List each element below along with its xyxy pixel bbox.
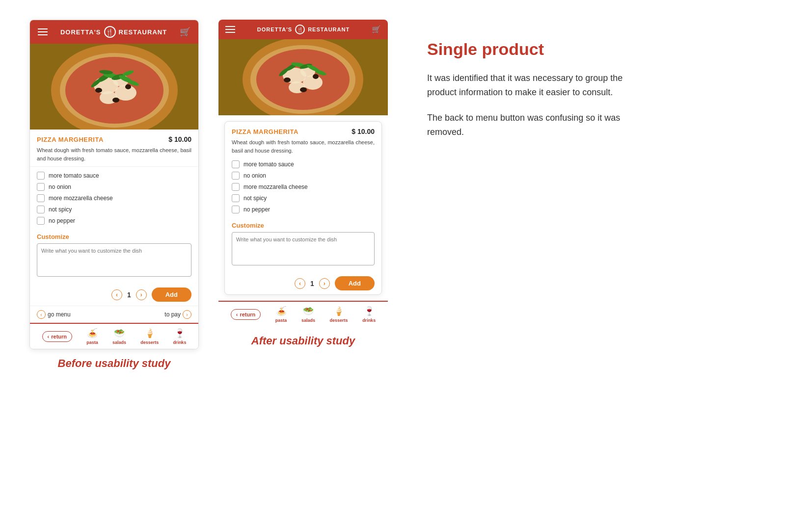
after-salads-icon: 🥗 [303,306,314,316]
after-option-label-1: no onion [244,172,266,179]
after-qty-increase-btn[interactable]: › [319,278,330,289]
after-qty-add-row: ‹ 1 › Add [225,272,381,294]
after-fork-icon: 🍴 [295,25,305,34]
description-panel: Single product It was identified that it… [407,20,643,161]
before-checkbox-1[interactable] [37,183,45,191]
after-cart-icon[interactable]: 🛒 [372,25,381,34]
after-checkbox-1[interactable] [232,172,240,180]
after-pasta-icon: 🍝 [276,306,287,316]
before-options-section: more tomato sauce no onion more mozzarel… [30,167,198,233]
after-nav-desserts[interactable]: 🍦 desserts [330,306,348,323]
before-qty-number: 1 [127,291,131,299]
before-go-menu-arrow[interactable]: ‹ [37,310,46,319]
after-qty-decrease-btn[interactable]: ‹ [295,278,305,289]
after-checkbox-3[interactable] [232,194,240,202]
before-customize-textarea[interactable] [37,243,191,277]
after-checkbox-4[interactable] [232,206,240,213]
after-nav-pasta[interactable]: 🍝 pasta [275,306,287,323]
before-go-menu-label: go menu [48,311,71,318]
after-options-section: more tomato sauce no onion more mozzarel… [225,158,381,222]
before-qty-add-row: ‹ 1 › Add [30,284,198,306]
after-option-label-3: not spicy [244,195,267,202]
list-item: not spicy [37,206,191,213]
desc-paragraph2: The back to menu button was confusing so… [427,111,633,139]
before-go-menu-link[interactable]: ‹ go menu [37,310,71,319]
after-customize-label: Customize [232,222,375,229]
before-checkbox-2[interactable] [37,194,45,202]
after-menu-icon[interactable] [225,26,235,33]
after-return-arrow: ‹ [236,312,238,317]
before-to-pay-label: to pay [164,311,181,318]
before-nav-desserts[interactable]: 🍦 desserts [140,328,159,345]
after-desserts-label: desserts [330,318,348,323]
before-checkbox-3[interactable] [37,206,45,213]
before-nav-salads[interactable]: 🥗 salads [112,328,126,345]
after-product-name: PIZZA MARGHERITA [232,128,298,135]
svg-point-29 [300,87,307,92]
after-phone-wrapper: DORETTA'S 🍴 RESTAURANT 🛒 [218,20,388,347]
after-qty-number: 1 [310,280,314,287]
after-drinks-icon: 🍷 [364,306,375,316]
before-salads-label: salads [112,340,126,345]
before-drinks-icon: 🍷 [174,328,185,339]
after-drinks-label: drinks [362,318,376,323]
after-checkbox-2[interactable] [232,183,240,191]
before-cart-icon[interactable]: 🛒 [180,26,190,37]
before-menu-icon[interactable] [38,28,48,35]
before-to-pay-arrow[interactable]: › [183,310,191,319]
list-item: no onion [232,172,375,180]
list-item: no pepper [37,217,191,225]
before-pasta-label: pasta [86,340,98,345]
after-return-btn[interactable]: ‹ return [231,309,261,320]
before-nav-pasta[interactable]: 🍝 pasta [86,328,98,345]
before-checkbox-0[interactable] [37,172,45,180]
after-brand: DORETTA'S 🍴 RESTAURANT [257,25,350,34]
svg-point-10 [112,98,119,103]
list-item: more tomato sauce [37,172,191,180]
before-bottom-nav: ‹ return 🍝 pasta 🥗 salads 🍦 desserts 🍷 [30,323,198,349]
after-product-desc: Wheat dough with fresh tomato sauce, moz… [232,138,375,155]
before-return-arrow: ‹ [48,334,50,339]
before-customize-section: Customize [30,233,198,284]
before-option-label-4: no pepper [49,217,75,224]
before-add-button[interactable]: Add [152,287,191,302]
after-card: PIZZA MARGHERITA $ 10.00 Wheat dough wit… [224,121,382,295]
after-add-button[interactable]: Add [335,276,375,290]
before-nav-row: ‹ go menu to pay › [30,306,198,323]
after-desserts-icon: 🍦 [333,306,344,316]
before-label: Before usability study [58,357,171,370]
before-option-label-3: not spicy [49,206,72,213]
before-nav-drinks[interactable]: 🍷 drinks [173,328,186,345]
list-item: no pepper [232,206,375,213]
after-pasta-label: pasta [275,318,287,323]
before-product-info: PIZZA MARGHERITA $ 10.00 Wheat dough wit… [30,130,198,167]
before-app-header: DORETTA'S 🍴 RESTAURANT 🛒 [30,20,198,44]
after-name-price-row: PIZZA MARGHERITA $ 10.00 [232,128,375,135]
before-product-desc: Wheat dough with fresh tomato sauce, moz… [37,146,191,162]
after-nav-drinks[interactable]: 🍷 drinks [362,306,376,323]
before-qty-decrease-btn[interactable]: ‹ [111,289,122,300]
svg-point-9 [125,84,131,89]
after-option-label-4: no pepper [244,206,270,213]
after-option-label-2: more mozzarella cheese [244,183,308,190]
before-return-btn[interactable]: ‹ return [42,331,72,342]
before-desserts-label: desserts [140,340,159,345]
list-item: more tomato sauce [232,160,375,168]
after-nav-salads[interactable]: 🥗 salads [301,306,315,323]
after-pizza-image [218,39,388,115]
before-checkbox-4[interactable] [37,217,45,225]
before-drinks-label: drinks [173,340,186,345]
after-checkbox-0[interactable] [232,160,240,168]
after-customize-textarea[interactable] [232,232,375,265]
before-return-label: return [51,334,67,339]
list-item: more mozzarella cheese [37,194,191,202]
before-qty-increase-btn[interactable]: › [136,289,147,300]
before-to-pay-link[interactable]: to pay › [164,310,191,319]
before-brand: DORETTA'S 🍴 RESTAURANT [60,26,167,38]
after-label: After usability study [251,335,355,347]
before-option-label-2: more mozzarella cheese [49,195,113,202]
before-product-price: $ 10.00 [168,135,191,143]
after-product-price: $ 10.00 [352,128,375,135]
svg-point-24 [303,75,323,90]
before-option-label-1: no onion [49,183,71,190]
